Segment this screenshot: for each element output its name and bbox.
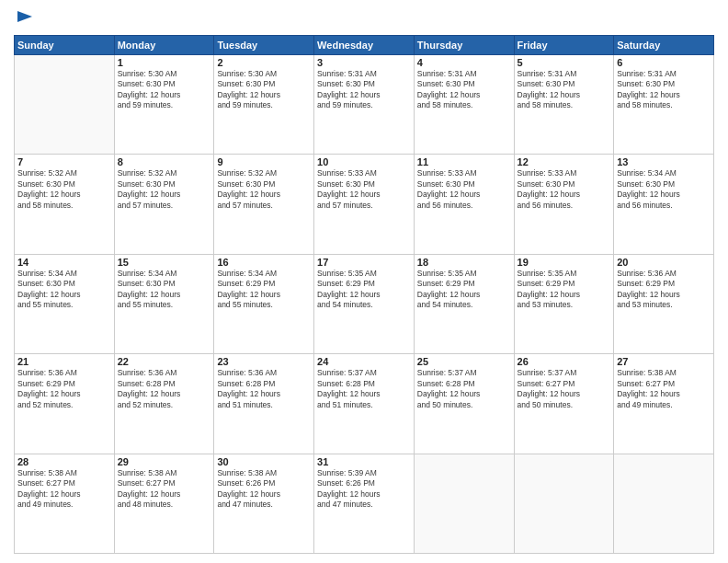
header-monday: Monday (114, 36, 214, 55)
day-number: 22 (118, 356, 211, 367)
day-info: Sunrise: 5:36 AM Sunset: 6:29 PM Dayligh… (17, 368, 111, 410)
day-number: 5 (518, 57, 611, 68)
calendar-cell: 11Sunrise: 5:33 AM Sunset: 6:30 PM Dayli… (414, 155, 514, 254)
calendar-cell: 20Sunrise: 5:36 AM Sunset: 6:29 PM Dayli… (614, 254, 714, 353)
day-number: 2 (217, 57, 311, 68)
day-info: Sunrise: 5:37 AM Sunset: 6:28 PM Dayligh… (317, 368, 411, 410)
day-info: Sunrise: 5:37 AM Sunset: 6:28 PM Dayligh… (417, 368, 511, 410)
calendar-week-3: 14Sunrise: 5:34 AM Sunset: 6:30 PM Dayli… (15, 254, 714, 353)
day-number: 15 (118, 257, 211, 268)
calendar-cell: 6Sunrise: 5:31 AM Sunset: 6:30 PM Daylig… (614, 55, 714, 155)
day-info: Sunrise: 5:33 AM Sunset: 6:30 PM Dayligh… (317, 168, 411, 211)
day-info: Sunrise: 5:38 AM Sunset: 6:26 PM Dayligh… (217, 468, 311, 511)
day-number: 27 (617, 356, 711, 367)
calendar-cell: 1Sunrise: 5:30 AM Sunset: 6:30 PM Daylig… (114, 55, 214, 155)
day-info: Sunrise: 5:37 AM Sunset: 6:27 PM Dayligh… (518, 368, 611, 410)
calendar-cell (414, 454, 514, 553)
header-tuesday: Tuesday (214, 36, 314, 55)
day-number: 3 (317, 57, 411, 68)
day-info: Sunrise: 5:38 AM Sunset: 6:27 PM Dayligh… (617, 368, 711, 410)
calendar-cell: 14Sunrise: 5:34 AM Sunset: 6:30 PM Dayli… (15, 254, 115, 353)
day-number: 17 (317, 257, 411, 268)
calendar-table: SundayMondayTuesdayWednesdayThursdayFrid… (14, 35, 714, 554)
calendar-cell: 13Sunrise: 5:34 AM Sunset: 6:30 PM Dayli… (614, 155, 714, 254)
day-number: 20 (617, 257, 711, 268)
day-info: Sunrise: 5:31 AM Sunset: 6:30 PM Dayligh… (617, 69, 711, 111)
calendar-cell: 29Sunrise: 5:38 AM Sunset: 6:27 PM Dayli… (114, 454, 214, 553)
calendar-week-5: 28Sunrise: 5:38 AM Sunset: 6:27 PM Dayli… (15, 454, 714, 553)
day-number: 19 (518, 257, 611, 268)
day-info: Sunrise: 5:34 AM Sunset: 6:30 PM Dayligh… (617, 168, 711, 211)
calendar-cell: 8Sunrise: 5:32 AM Sunset: 6:30 PM Daylig… (114, 155, 214, 254)
calendar-page: SundayMondayTuesdayWednesdayThursdayFrid… (0, 0, 728, 563)
day-info: Sunrise: 5:34 AM Sunset: 6:30 PM Dayligh… (17, 269, 111, 311)
calendar-week-1: 1Sunrise: 5:30 AM Sunset: 6:30 PM Daylig… (15, 55, 714, 155)
calendar-cell: 3Sunrise: 5:31 AM Sunset: 6:30 PM Daylig… (314, 55, 415, 155)
day-number: 7 (17, 156, 111, 167)
day-info: Sunrise: 5:30 AM Sunset: 6:30 PM Dayligh… (217, 69, 311, 111)
day-info: Sunrise: 5:32 AM Sunset: 6:30 PM Dayligh… (17, 168, 111, 211)
header-friday: Friday (514, 36, 614, 55)
header-wednesday: Wednesday (314, 36, 415, 55)
calendar-cell: 27Sunrise: 5:38 AM Sunset: 6:27 PM Dayli… (614, 354, 714, 454)
day-number: 18 (417, 257, 511, 268)
day-info: Sunrise: 5:35 AM Sunset: 6:29 PM Dayligh… (518, 269, 611, 311)
day-number: 1 (118, 57, 211, 68)
day-number: 9 (217, 156, 311, 167)
day-number: 4 (417, 57, 511, 68)
calendar-cell: 30Sunrise: 5:38 AM Sunset: 6:26 PM Dayli… (214, 454, 314, 553)
calendar-cell: 2Sunrise: 5:30 AM Sunset: 6:30 PM Daylig… (214, 55, 314, 155)
calendar-cell (514, 454, 614, 553)
calendar-cell: 9Sunrise: 5:32 AM Sunset: 6:30 PM Daylig… (214, 155, 314, 254)
calendar-cell: 18Sunrise: 5:35 AM Sunset: 6:29 PM Dayli… (414, 254, 514, 353)
day-info: Sunrise: 5:31 AM Sunset: 6:30 PM Dayligh… (518, 69, 611, 111)
day-info: Sunrise: 5:32 AM Sunset: 6:30 PM Dayligh… (118, 168, 211, 211)
day-number: 29 (118, 456, 211, 467)
day-info: Sunrise: 5:30 AM Sunset: 6:30 PM Dayligh… (118, 69, 211, 111)
calendar-cell (15, 55, 115, 155)
day-info: Sunrise: 5:34 AM Sunset: 6:30 PM Dayligh… (118, 269, 211, 311)
day-info: Sunrise: 5:35 AM Sunset: 6:29 PM Dayligh… (417, 269, 511, 311)
day-number: 11 (417, 156, 511, 167)
header-sunday: Sunday (15, 36, 115, 55)
calendar-cell: 22Sunrise: 5:36 AM Sunset: 6:28 PM Dayli… (114, 354, 214, 454)
day-number: 6 (617, 57, 711, 68)
header-thursday: Thursday (414, 36, 514, 55)
logo (14, 9, 34, 28)
calendar-cell: 10Sunrise: 5:33 AM Sunset: 6:30 PM Dayli… (314, 155, 415, 254)
logo-flag-icon (16, 9, 34, 28)
day-info: Sunrise: 5:34 AM Sunset: 6:29 PM Dayligh… (217, 269, 311, 311)
calendar-cell: 26Sunrise: 5:37 AM Sunset: 6:27 PM Dayli… (514, 354, 614, 454)
calendar-cell: 28Sunrise: 5:38 AM Sunset: 6:27 PM Dayli… (15, 454, 115, 553)
day-number: 24 (317, 356, 411, 367)
day-number: 14 (17, 257, 111, 268)
day-info: Sunrise: 5:33 AM Sunset: 6:30 PM Dayligh… (518, 168, 611, 211)
calendar-header-row: SundayMondayTuesdayWednesdayThursdayFrid… (15, 36, 714, 55)
day-number: 16 (217, 257, 311, 268)
day-number: 31 (317, 456, 411, 467)
day-number: 21 (17, 356, 111, 367)
day-info: Sunrise: 5:36 AM Sunset: 6:29 PM Dayligh… (617, 269, 711, 311)
calendar-cell: 19Sunrise: 5:35 AM Sunset: 6:29 PM Dayli… (514, 254, 614, 353)
day-number: 13 (617, 156, 711, 167)
calendar-cell: 5Sunrise: 5:31 AM Sunset: 6:30 PM Daylig… (514, 55, 614, 155)
calendar-cell: 23Sunrise: 5:36 AM Sunset: 6:28 PM Dayli… (214, 354, 314, 454)
calendar-week-4: 21Sunrise: 5:36 AM Sunset: 6:29 PM Dayli… (15, 354, 714, 454)
calendar-cell: 31Sunrise: 5:39 AM Sunset: 6:26 PM Dayli… (314, 454, 415, 553)
day-number: 23 (217, 356, 311, 367)
day-info: Sunrise: 5:38 AM Sunset: 6:27 PM Dayligh… (17, 468, 111, 511)
day-number: 12 (518, 156, 611, 167)
day-number: 26 (518, 356, 611, 367)
calendar-cell: 15Sunrise: 5:34 AM Sunset: 6:30 PM Dayli… (114, 254, 214, 353)
day-info: Sunrise: 5:38 AM Sunset: 6:27 PM Dayligh… (118, 468, 211, 511)
calendar-cell: 25Sunrise: 5:37 AM Sunset: 6:28 PM Dayli… (414, 354, 514, 454)
day-number: 25 (417, 356, 511, 367)
day-number: 8 (118, 156, 211, 167)
calendar-cell: 21Sunrise: 5:36 AM Sunset: 6:29 PM Dayli… (15, 354, 115, 454)
day-number: 28 (17, 456, 111, 467)
day-info: Sunrise: 5:39 AM Sunset: 6:26 PM Dayligh… (317, 468, 411, 511)
calendar-cell: 17Sunrise: 5:35 AM Sunset: 6:29 PM Dayli… (314, 254, 415, 353)
day-number: 10 (317, 156, 411, 167)
day-info: Sunrise: 5:31 AM Sunset: 6:30 PM Dayligh… (317, 69, 411, 111)
day-number: 30 (217, 456, 311, 467)
